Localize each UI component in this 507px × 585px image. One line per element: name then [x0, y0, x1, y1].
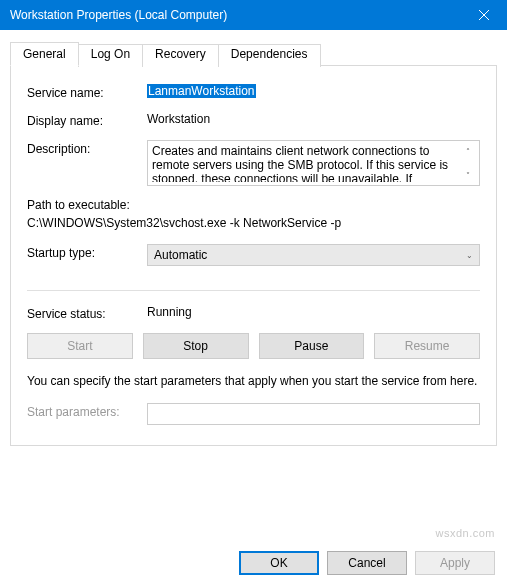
- service-name-label: Service name:: [27, 84, 147, 100]
- description-scrollbar: ˄ ˅: [461, 144, 475, 182]
- start-button: Start: [27, 333, 133, 359]
- service-status-label: Service status:: [27, 305, 147, 321]
- dialog-content: General Log On Recovery Dependencies Ser…: [0, 30, 507, 454]
- pause-button[interactable]: Pause: [259, 333, 365, 359]
- titlebar: Workstation Properties (Local Computer): [0, 0, 507, 30]
- tab-recovery[interactable]: Recovery: [142, 44, 219, 67]
- dialog-footer: OK Cancel Apply: [239, 551, 495, 575]
- display-name-value: Workstation: [147, 112, 480, 126]
- tab-panel-general: Service name: LanmanWorkstation Display …: [10, 65, 497, 446]
- close-icon: [479, 10, 489, 20]
- startup-type-value: Automatic: [154, 248, 207, 262]
- ok-button[interactable]: OK: [239, 551, 319, 575]
- display-name-label: Display name:: [27, 112, 147, 128]
- window-title: Workstation Properties (Local Computer): [10, 8, 461, 22]
- tab-logon[interactable]: Log On: [78, 44, 143, 67]
- divider: [27, 290, 480, 291]
- description-text: Creates and maintains client network con…: [152, 144, 459, 182]
- parameters-note: You can specify the start parameters tha…: [27, 373, 480, 389]
- scroll-down-icon[interactable]: ˅: [461, 168, 475, 182]
- tab-general[interactable]: General: [10, 42, 79, 66]
- tab-strip: General Log On Recovery Dependencies: [10, 42, 497, 65]
- watermark: wsxdn.com: [435, 527, 495, 539]
- service-status-value: Running: [147, 305, 480, 319]
- tab-dependencies[interactable]: Dependencies: [218, 44, 321, 67]
- description-label: Description:: [27, 140, 147, 156]
- apply-button: Apply: [415, 551, 495, 575]
- startup-type-label: Startup type:: [27, 244, 147, 260]
- cancel-button[interactable]: Cancel: [327, 551, 407, 575]
- stop-button[interactable]: Stop: [143, 333, 249, 359]
- path-label: Path to executable:: [27, 198, 480, 212]
- startup-type-dropdown[interactable]: Automatic ⌄: [147, 244, 480, 266]
- close-button[interactable]: [461, 0, 507, 30]
- start-parameters-input: [147, 403, 480, 425]
- chevron-down-icon: ⌄: [466, 251, 473, 260]
- path-value: C:\WINDOWS\System32\svchost.exe -k Netwo…: [27, 216, 480, 230]
- start-parameters-label: Start parameters:: [27, 403, 147, 419]
- resume-button: Resume: [374, 333, 480, 359]
- description-box: Creates and maintains client network con…: [147, 140, 480, 186]
- service-name-value[interactable]: LanmanWorkstation: [147, 84, 480, 98]
- scroll-up-icon[interactable]: ˄: [461, 144, 475, 158]
